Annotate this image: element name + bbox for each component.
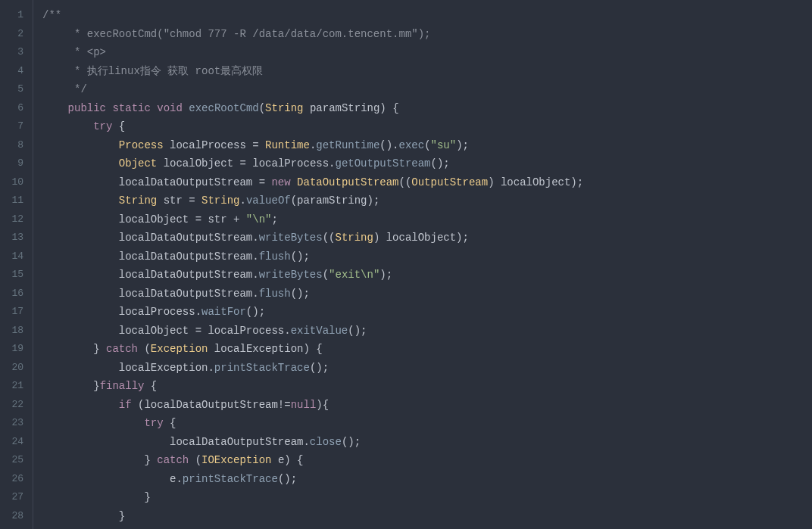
code-token: DataOutputStream [297, 176, 398, 188]
code-token: ( [259, 102, 265, 114]
code-line[interactable]: e.printStackTrace(); [42, 470, 812, 489]
code-token: localObject = localProcess. [157, 157, 335, 170]
line-number: 27 [6, 488, 23, 507]
code-token: String [335, 232, 373, 244]
code-token: valueOf [246, 194, 291, 207]
code-token [42, 194, 119, 207]
code-token: ) localObject); [373, 232, 469, 244]
code-token: ( [189, 454, 201, 466]
code-token: str = [157, 194, 201, 207]
code-token [151, 102, 157, 114]
code-line[interactable]: } [42, 488, 812, 507]
code-token: new [271, 176, 290, 188]
line-number: 6 [6, 99, 23, 118]
code-line[interactable]: localObject = localProcess.exitValue(); [42, 322, 812, 341]
code-token: { [112, 120, 125, 132]
code-token: finally [100, 380, 145, 392]
code-token: paramString) { [304, 102, 399, 114]
code-line[interactable]: String str = String.valueOf(paramString)… [42, 191, 812, 210]
line-number: 2 [6, 25, 23, 44]
code-token [42, 139, 119, 151]
code-line[interactable]: }finally { [42, 377, 812, 396]
code-token: localObject = str + [42, 213, 246, 226]
code-line[interactable]: localDataOutputStream.close(); [42, 433, 812, 452]
code-token: * 执行linux指令 获取 root最高权限 [42, 65, 263, 77]
code-line[interactable]: localDataOutputStream.flush(); [42, 247, 812, 266]
code-line[interactable]: } catch (IOException e) { [42, 451, 812, 470]
code-token: localException) { [208, 343, 322, 355]
code-token: localDataOutputStream. [42, 269, 259, 281]
line-number: 1 [6, 6, 23, 25]
code-token: ( [323, 269, 329, 281]
code-line[interactable]: localDataOutputStream.writeBytes((String… [42, 229, 812, 247]
line-number: 26 [6, 470, 23, 489]
code-token: } [42, 343, 106, 355]
line-number: 25 [6, 451, 23, 470]
line-number: 9 [6, 154, 23, 173]
line-number: 17 [6, 303, 23, 322]
code-token: if [119, 399, 132, 411]
code-token: getOutputStream [336, 157, 431, 170]
code-token [42, 399, 119, 411]
code-line[interactable]: localDataOutputStream = new DataOutputSt… [42, 173, 812, 192]
code-area[interactable]: /** * execRootCmd("chmod 777 -R /data/da… [33, 0, 812, 529]
line-number: 13 [6, 229, 23, 247]
code-token: } [42, 510, 125, 522]
code-token: . [239, 194, 245, 207]
code-line[interactable]: * <p> [42, 43, 812, 62]
code-token: ; [271, 213, 277, 226]
code-token: localProcess. [42, 306, 201, 318]
code-line[interactable]: } [42, 507, 812, 526]
code-token: Process [119, 139, 164, 151]
code-token: "exit\n" [329, 269, 379, 281]
line-number: 12 [6, 210, 23, 229]
code-token [291, 176, 297, 188]
code-line[interactable]: localException.printStackTrace(); [42, 359, 812, 378]
code-token: String [201, 194, 239, 207]
code-line[interactable]: localDataOutputStream.writeBytes("exit\n… [42, 266, 812, 285]
code-token: null [291, 399, 317, 411]
code-line[interactable]: if (localDataOutputStream!=null){ [42, 396, 812, 415]
code-line[interactable]: localObject = str + "\n"; [42, 210, 812, 229]
code-line[interactable]: */ [42, 80, 812, 99]
code-token: IOException [201, 454, 271, 466]
line-number: 28 [6, 507, 23, 526]
code-token: { [164, 417, 176, 429]
line-number: 5 [6, 80, 23, 99]
code-token: (); [342, 436, 361, 448]
code-line[interactable]: public static void execRootCmd(String pa… [42, 99, 812, 118]
code-token: close [310, 436, 342, 448]
code-line[interactable]: /** [42, 6, 812, 25]
code-token: (). [379, 139, 398, 151]
code-editor[interactable]: 1234567891011121314151617181920212223242… [0, 0, 812, 529]
code-line[interactable]: } catch (Exception localException) { [42, 340, 812, 359]
line-number: 20 [6, 359, 23, 378]
code-token: "su" [431, 139, 457, 151]
code-token: localObject = localProcess. [42, 325, 291, 337]
code-token: ( [424, 139, 430, 151]
code-token: localDataOutputStream. [42, 250, 259, 263]
code-line[interactable]: * execRootCmd("chmod 777 -R /data/data/c… [42, 25, 812, 44]
line-number: 8 [6, 136, 23, 155]
code-token: (); [431, 157, 450, 170]
code-token: /** [42, 9, 61, 21]
code-line[interactable]: Object localObject = localProcess.getOut… [42, 154, 812, 173]
code-token: (localDataOutputStream!= [132, 399, 291, 411]
code-line[interactable]: Process localProcess = Runtime.getRuntim… [42, 136, 812, 155]
line-number: 16 [6, 285, 23, 303]
code-token: ) localObject); [488, 176, 583, 188]
code-token: ); [456, 139, 469, 151]
code-token: printStackTrace [214, 362, 310, 374]
code-line[interactable]: localDataOutputStream.flush(); [42, 285, 812, 303]
code-token: waitFor [201, 306, 246, 318]
code-line[interactable]: try { [42, 414, 812, 433]
code-token: flush [259, 250, 291, 263]
code-line[interactable]: * 执行linux指令 获取 root最高权限 [42, 62, 812, 81]
line-number: 18 [6, 322, 23, 341]
code-line[interactable]: try { [42, 117, 812, 136]
line-number-gutter: 1234567891011121314151617181920212223242… [0, 0, 33, 529]
code-line[interactable]: localProcess.waitFor(); [42, 303, 812, 322]
line-number: 3 [6, 43, 23, 62]
code-token: ); [379, 269, 392, 281]
code-token: (); [246, 306, 265, 318]
